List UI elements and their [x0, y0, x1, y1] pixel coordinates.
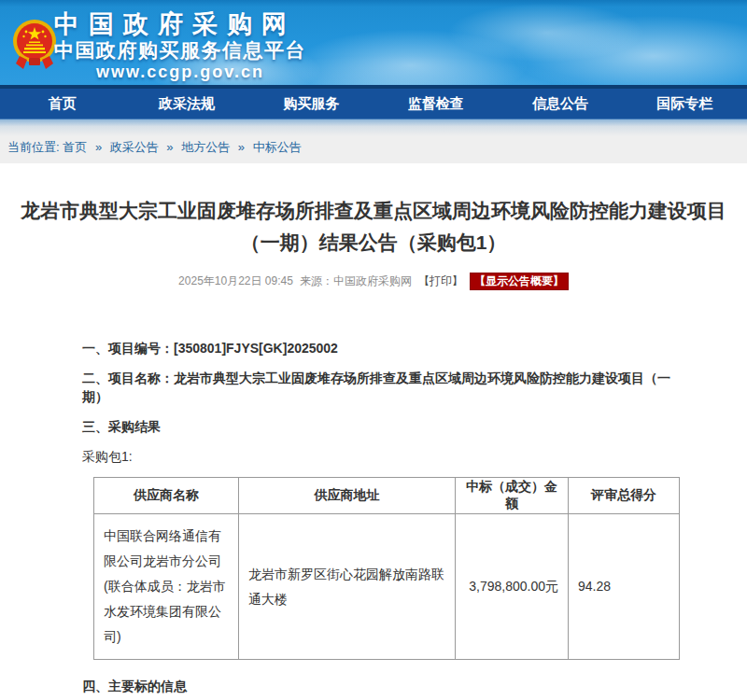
cell-supplier-address: 龙岩市新罗区街心花园解放南路联通大楼 [239, 514, 456, 660]
breadcrumb-separator: » [238, 140, 245, 154]
col-supplier-name: 供应商名称 [94, 478, 239, 514]
result-table: 供应商名称 供应商地址 中标（成交）金额 评审总得分 中国联合网络通信有限公司龙… [93, 477, 680, 660]
table-header-row: 供应商名称 供应商地址 中标（成交）金额 评审总得分 [94, 478, 680, 514]
breadcrumb: 当前位置: 首页 » 政采公告 » 地方公告 » 中标公告 [7, 139, 302, 156]
breadcrumb-strip: 当前位置: 首页 » 政采公告 » 地方公告 » 中标公告 [0, 119, 747, 163]
site-name: 中国政府采购网 [54, 10, 306, 38]
nav-item-purchase-service[interactable]: 购买服务 [249, 89, 374, 119]
cell-review-score: 94.28 [569, 514, 680, 660]
nav-item-international[interactable]: 国际专栏 [623, 89, 747, 119]
project-number-line: 一、项目编号：[350801]FJYS[GK]2025002 [82, 339, 678, 357]
site-subtitle: 中国政府购买服务信息平台 [54, 38, 306, 62]
cell-supplier-name: 中国联合网络通信有限公司龙岩市分公司(联合体成员：龙岩市水发环境集团有限公司) [94, 514, 239, 660]
breadcrumb-link-home[interactable]: 首页 [63, 140, 87, 154]
nav-item-home[interactable]: 首页 [0, 89, 124, 119]
print-button[interactable]: 【打印】 [418, 273, 463, 289]
breadcrumb-link-award-notices[interactable]: 中标公告 [253, 140, 302, 154]
main-nav: 首页 政采法规 购买服务 监督检查 信息公告 国际专栏 [0, 89, 747, 119]
breadcrumb-separator: » [166, 140, 173, 154]
procurement-result-heading: 三、采购结果 [82, 417, 678, 436]
breadcrumb-link-local-notices[interactable]: 地方公告 [181, 140, 230, 154]
breadcrumb-separator: » [95, 140, 102, 154]
site-logo[interactable]: 中国政府采购网 中国政府购买服务信息平台 www.ccgp.gov.cn [54, 10, 306, 82]
nav-item-announcements[interactable]: 信息公告 [498, 89, 622, 119]
article-main: 龙岩市典型大宗工业固废堆存场所排查及重点区域周边环境风险防控能力建设项目 （一期… [0, 195, 747, 700]
nav-item-supervision[interactable]: 监督检查 [374, 89, 498, 119]
table-row: 中国联合网络通信有限公司龙岩市分公司(联合体成员：龙岩市水发环境集团有限公司) … [94, 514, 680, 660]
national-emblem-icon [12, 17, 57, 78]
breadcrumb-label: 当前位置: [7, 140, 60, 154]
page-title-line2: （一期）结果公告（采购包1） [13, 227, 734, 259]
page-title: 龙岩市典型大宗工业固废堆存场所排查及重点区域周边环境风险防控能力建设项目 （一期… [13, 195, 734, 259]
page-title-line1: 龙岩市典型大宗工业固废堆存场所排查及重点区域周边环境风险防控能力建设项目 [13, 195, 734, 227]
source-label: 来源：中国政府采购网 [300, 273, 412, 289]
article-body: 一、项目编号：[350801]FJYS[GK]2025002 二、项目名称：龙岩… [82, 339, 678, 700]
article-meta: 2025年10月22日 09:45 来源：中国政府采购网 【打印】 【显示公告概… [13, 273, 734, 290]
nav-item-regulations[interactable]: 政采法规 [124, 89, 248, 119]
show-summary-button[interactable]: 【显示公告概要】 [470, 273, 569, 290]
col-award-amount: 中标（成交）金额 [456, 478, 569, 514]
project-name-line: 二、项目名称：龙岩市典型大宗工业固废堆存场所排查及重点区域周边环境风险防控能力建… [82, 369, 678, 406]
main-subject-heading: 四、主要标的信息 [82, 677, 678, 695]
col-review-score: 评审总得分 [569, 478, 680, 514]
site-banner: 中国政府采购网 中国政府购买服务信息平台 www.ccgp.gov.cn [0, 0, 747, 85]
breadcrumb-link-procurement-notices[interactable]: 政采公告 [110, 140, 159, 154]
site-url: www.ccgp.gov.cn [54, 62, 306, 82]
col-supplier-address: 供应商地址 [239, 478, 456, 514]
cell-award-amount: 3,798,800.00元 [456, 514, 569, 660]
publish-datetime: 2025年10月22日 09:45 [178, 273, 293, 289]
package-label: 采购包1: [82, 447, 678, 466]
